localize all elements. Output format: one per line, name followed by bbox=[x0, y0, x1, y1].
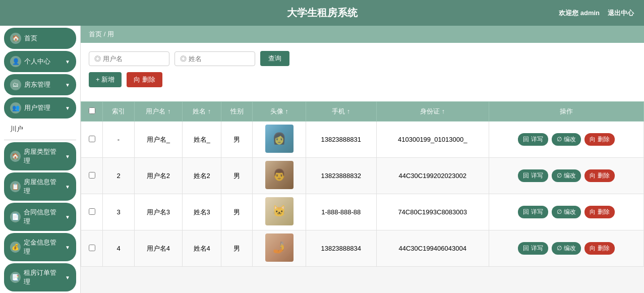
delete-button[interactable]: 向 删除 bbox=[584, 169, 614, 182]
sidebar-label-order: 合同信息管理 bbox=[24, 208, 62, 226]
table-wrap: 索引 用户名 ↑ 姓名 ↑ 性别 头像 ↑ 手机 ↑ 身份证 ↑ 操作 - 用户… bbox=[81, 101, 644, 267]
sidebar-subitem-users[interactable]: 川户 bbox=[0, 121, 80, 138]
roomtype-icon: 🏠 bbox=[10, 151, 21, 162]
sidebar-item-home[interactable]: 🏠 首页 bbox=[4, 28, 76, 49]
col-realname: 姓名 ↑ bbox=[183, 102, 221, 122]
sidebar-label-checkin: 定金信息管理 bbox=[24, 238, 62, 256]
content-area: 首页 / 用 查询 + 新增 向 删除 索引 bbox=[81, 26, 644, 293]
username-input[interactable] bbox=[89, 51, 169, 66]
chevron-order: ▼ bbox=[65, 214, 70, 220]
roominfo-icon: 📋 bbox=[10, 181, 21, 192]
row-avatar: 🤳 bbox=[253, 230, 306, 267]
breadcrumb: 首页 / 用 bbox=[81, 26, 644, 43]
row-select-0[interactable] bbox=[89, 136, 95, 142]
avatar-img: 🐱 bbox=[265, 197, 294, 225]
chevron-rentorder: ▼ bbox=[65, 275, 70, 280]
breadcrumb-separator: / bbox=[104, 30, 106, 38]
table-header-row: 索引 用户名 ↑ 姓名 ↑ 性别 头像 ↑ 手机 ↑ 身份证 ↑ 操作 bbox=[81, 102, 644, 122]
chevron-checkin: ▼ bbox=[65, 245, 70, 250]
row-username: 用户名4 bbox=[134, 230, 183, 267]
table-body: - 用户名_ 姓名_ 男 👩 13823888831 410300199_010… bbox=[81, 122, 644, 267]
col-phone: 手机 ↑ bbox=[306, 102, 376, 122]
header: 大学生租房系统 欢迎您 admin 退出中心 bbox=[0, 0, 644, 26]
chevron-employee: ▼ bbox=[65, 82, 70, 88]
employee-icon: 🗂 bbox=[10, 79, 21, 90]
batch-delete-button[interactable]: 向 删除 bbox=[127, 72, 162, 87]
chevron-user: ▼ bbox=[65, 105, 70, 111]
sidebar-sublabel-users: 川户 bbox=[10, 125, 23, 133]
row-index: 2 bbox=[103, 158, 134, 194]
row-username: 用户名_ bbox=[134, 122, 183, 158]
avatar-img: 👩 bbox=[265, 125, 294, 153]
sidebar-item-roominfo[interactable]: 📋 房屋信息管理 ▼ bbox=[4, 172, 76, 201]
sidebar-item-checkin[interactable]: 💰 定金信息管理 ▼ bbox=[4, 233, 76, 261]
sidebar-item-user[interactable]: 👥 用户管理 ▼ bbox=[4, 97, 76, 119]
sidebar-item-employee[interactable]: 🗂 房东管理 ▼ bbox=[4, 74, 76, 95]
query-button[interactable]: 查询 bbox=[260, 51, 289, 66]
action-row: + 新增 向 删除 bbox=[89, 72, 636, 87]
sidebar-label-roominfo: 房屋信息管理 bbox=[24, 178, 62, 196]
edit-button[interactable]: ∅ 编改 bbox=[552, 133, 580, 146]
col-actions: 操作 bbox=[489, 102, 643, 122]
row-realname: 姓名2 bbox=[183, 158, 221, 194]
row-checkbox bbox=[81, 194, 103, 230]
edit-button[interactable]: ∅ 编改 bbox=[552, 242, 580, 255]
row-index: - bbox=[103, 122, 134, 158]
edit-button[interactable]: ∅ 编改 bbox=[552, 169, 580, 182]
row-checkbox bbox=[81, 230, 103, 267]
user-icon: 👥 bbox=[10, 102, 21, 113]
realname-input[interactable] bbox=[174, 51, 255, 66]
row-idcard: 44C30C199406043004 bbox=[376, 230, 489, 267]
col-avatar: 头像 ↑ bbox=[253, 102, 306, 122]
row-avatar: 🐱 bbox=[253, 194, 306, 230]
sidebar-label-employee: 房东管理 bbox=[24, 80, 50, 89]
filter-row: 查询 bbox=[89, 51, 636, 66]
header-user[interactable]: 欢迎您 admin bbox=[559, 9, 600, 18]
sidebar-item-order[interactable]: 📄 合同信息管理 ▼ bbox=[4, 203, 76, 231]
view-button[interactable]: 回 详写 bbox=[518, 133, 548, 146]
header-logout[interactable]: 退出中心 bbox=[608, 9, 634, 18]
edit-button[interactable]: ∅ 编改 bbox=[552, 206, 580, 218]
row-username: 用户名2 bbox=[134, 158, 183, 194]
select-all-checkbox[interactable] bbox=[89, 107, 95, 114]
header-title: 大学生租房系统 bbox=[287, 7, 358, 18]
sidebar-divider bbox=[4, 140, 76, 140]
row-select-3[interactable] bbox=[89, 245, 95, 251]
add-button[interactable]: + 新增 bbox=[89, 72, 122, 87]
chevron-roomtype: ▼ bbox=[65, 154, 70, 159]
row-index: 3 bbox=[103, 194, 134, 230]
header-right: 欢迎您 admin 退出中心 bbox=[559, 9, 634, 18]
breadcrumb-home[interactable]: 首页 bbox=[89, 30, 102, 38]
delete-button[interactable]: 向 删除 bbox=[584, 242, 614, 255]
col-gender: 性别 bbox=[221, 102, 253, 122]
order-icon: 📄 bbox=[10, 211, 21, 222]
row-realname: 姓名3 bbox=[183, 194, 221, 230]
row-avatar: 👨 bbox=[253, 158, 306, 194]
row-select-1[interactable] bbox=[89, 172, 95, 179]
view-button[interactable]: 回 详写 bbox=[518, 242, 548, 255]
view-button[interactable]: 回 详写 bbox=[518, 169, 548, 182]
row-gender: 男 bbox=[221, 122, 253, 158]
col-idcard: 身份证 ↑ bbox=[376, 102, 489, 122]
row-checkbox bbox=[81, 122, 103, 158]
user-table: 索引 用户名 ↑ 姓名 ↑ 性别 头像 ↑ 手机 ↑ 身份证 ↑ 操作 - 用户… bbox=[81, 101, 644, 267]
sidebar-item-rentorder[interactable]: 📑 租房订单管理 ▼ bbox=[4, 263, 76, 291]
col-index: 索引 bbox=[103, 102, 134, 122]
rentorder-icon: 📑 bbox=[10, 272, 21, 283]
row-gender: 男 bbox=[221, 158, 253, 194]
view-button[interactable]: 回 详写 bbox=[518, 206, 548, 218]
col-username: 用户名 ↑ bbox=[134, 102, 183, 122]
sidebar-item-roomtype[interactable]: 🏠 房屋类型管理 ▼ bbox=[4, 142, 76, 170]
row-actions: 回 详写 ∅ 编改 向 删除 bbox=[489, 194, 643, 230]
delete-button[interactable]: 向 删除 bbox=[584, 206, 614, 218]
sidebar: 🏠 首页 👤 个人中心 ▼ 🗂 房东管理 ▼ 👥 用户管理 ▼ bbox=[0, 26, 81, 293]
delete-button[interactable]: 向 删除 bbox=[584, 133, 614, 146]
row-phone: 1-888-888-88 bbox=[306, 194, 376, 230]
checkin-icon: 💰 bbox=[10, 242, 21, 253]
row-phone: 13823888832 bbox=[306, 158, 376, 194]
row-avatar: 👩 bbox=[253, 122, 306, 158]
row-select-2[interactable] bbox=[89, 208, 95, 215]
sidebar-item-personal[interactable]: 👤 个人中心 ▼ bbox=[4, 51, 76, 72]
row-idcard: 44C30C199202023002 bbox=[376, 158, 489, 194]
sidebar-label-personal: 个人中心 bbox=[24, 57, 50, 66]
